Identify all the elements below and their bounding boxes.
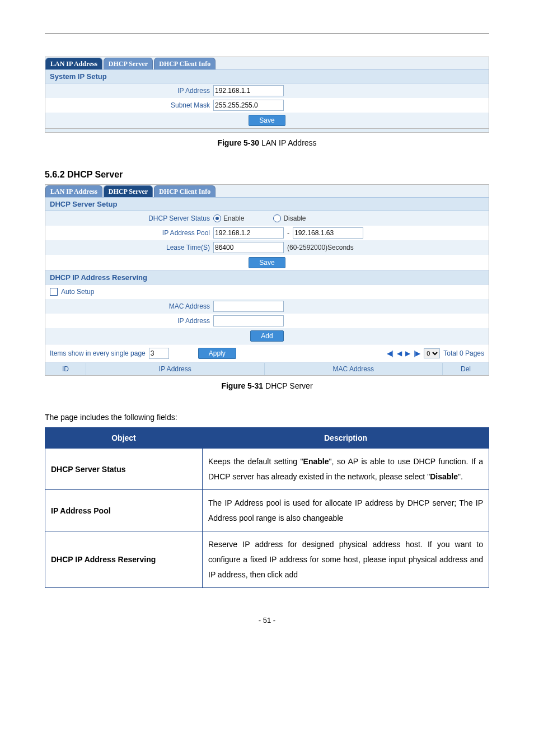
label-dhcp-status: DHCP Server Status	[45, 214, 213, 222]
label-mac-address: MAC Address	[45, 302, 213, 310]
last-page-icon[interactable]: |▶	[414, 349, 420, 357]
button-apply[interactable]: Apply	[198, 348, 236, 359]
next-page-icon[interactable]: ▶	[405, 349, 410, 357]
pool-dash: -	[287, 229, 289, 237]
input-res-ip-address[interactable]	[213, 315, 284, 326]
checkbox-auto-setup-label: Auto Setup	[61, 288, 94, 296]
button-save-lan[interactable]: Save	[249, 115, 285, 126]
items-per-page-label: Items show in every single page	[50, 349, 146, 357]
input-lease-time[interactable]	[213, 242, 284, 253]
input-items-per-page[interactable]	[149, 348, 169, 359]
input-subnet-mask[interactable]	[213, 100, 284, 111]
tab-dhcp-server[interactable]: DHCP Server	[104, 58, 153, 69]
input-pool-start[interactable]	[213, 227, 284, 239]
label-res-ip-address: IP Address	[45, 317, 213, 325]
select-page[interactable]: 0	[424, 348, 440, 358]
tab-dhcp-client-info-2[interactable]: DHCP Client Info	[154, 185, 216, 197]
tabs-bar-2: LAN IP Address DHCP Server DHCP Client I…	[45, 185, 489, 197]
obj-ip-pool: IP Address Pool	[45, 490, 203, 531]
panel-title-dhcp-reserving: DHCP IP Address Reserving	[45, 270, 489, 284]
lease-hint: (60-2592000)Seconds	[287, 244, 354, 251]
label-lease-time: Lease Time(S)	[45, 244, 213, 251]
desc-dhcp-status: Keeps the default setting "Enable", so A…	[203, 449, 489, 490]
description-table: Object Description DHCP Server Status Ke…	[45, 427, 489, 588]
panel-title-dhcp-server-setup: DHCP Server Setup	[45, 197, 489, 211]
total-pages-label: Total 0 Pages	[443, 349, 484, 357]
dhcp-server-screenshot: LAN IP Address DHCP Server DHCP Client I…	[45, 184, 489, 376]
section-heading-dhcp-server: 5.6.2 DHCP Server	[45, 170, 489, 180]
tabs-bar: LAN IP Address DHCP Server DHCP Client I…	[45, 57, 489, 69]
first-page-icon[interactable]: ◀|	[387, 349, 394, 357]
lan-ip-screenshot: LAN IP Address DHCP Server DHCP Client I…	[45, 57, 489, 129]
label-ip-pool: IP Address Pool	[45, 229, 213, 237]
col-id: ID	[45, 363, 86, 375]
panel-title-system-ip: System IP Setup	[45, 69, 489, 83]
input-ip-address[interactable]	[213, 85, 284, 96]
col-del: Del	[443, 363, 489, 375]
input-pool-end[interactable]	[293, 227, 363, 239]
prev-page-icon[interactable]: ◀	[397, 349, 402, 357]
th-object: Object	[45, 428, 203, 449]
label-ip-address: IP Address	[45, 87, 213, 95]
label-subnet-mask: Subnet Mask	[45, 101, 213, 109]
page-number: - 51 -	[45, 616, 489, 624]
tab-dhcp-server-2[interactable]: DHCP Server	[104, 185, 153, 197]
obj-dhcp-reserving: DHCP IP Address Reserving	[45, 531, 203, 588]
lead-paragraph: The page includes the following fields:	[45, 413, 489, 422]
figure-caption-5-31: Figure 5-31 DHCP Server	[45, 381, 489, 390]
tab-lan-ip-address[interactable]: LAN IP Address	[45, 58, 102, 69]
radio-dot-icon	[213, 214, 221, 222]
input-mac-address[interactable]	[213, 301, 284, 312]
radio-disable[interactable]: Disable	[273, 214, 306, 222]
tab-dhcp-client-info[interactable]: DHCP Client Info	[154, 58, 216, 69]
obj-dhcp-status: DHCP Server Status	[45, 449, 203, 490]
figure-caption-5-30: Figure 5-30 LAN IP Address	[45, 138, 489, 147]
button-save-dhcp[interactable]: Save	[249, 257, 285, 268]
th-description: Description	[203, 428, 489, 449]
desc-ip-pool: The IP Address pool is used for allocate…	[203, 490, 489, 531]
col-mac-address: MAC Address	[265, 363, 443, 375]
radio-disable-label: Disable	[283, 214, 306, 222]
checkbox-auto-setup[interactable]	[50, 288, 58, 296]
tab-lan-ip-address-2[interactable]: LAN IP Address	[45, 185, 102, 197]
desc-dhcp-reserving: Reserve IP address for designed physical…	[203, 531, 489, 588]
radio-enable-label: Enable	[223, 214, 244, 222]
radio-enable[interactable]: Enable	[213, 214, 244, 222]
button-add[interactable]: Add	[250, 330, 283, 342]
reservation-table-header: ID IP Address MAC Address Del	[45, 363, 489, 375]
col-ip-address: IP Address	[86, 363, 265, 375]
radio-empty-icon	[273, 214, 281, 222]
